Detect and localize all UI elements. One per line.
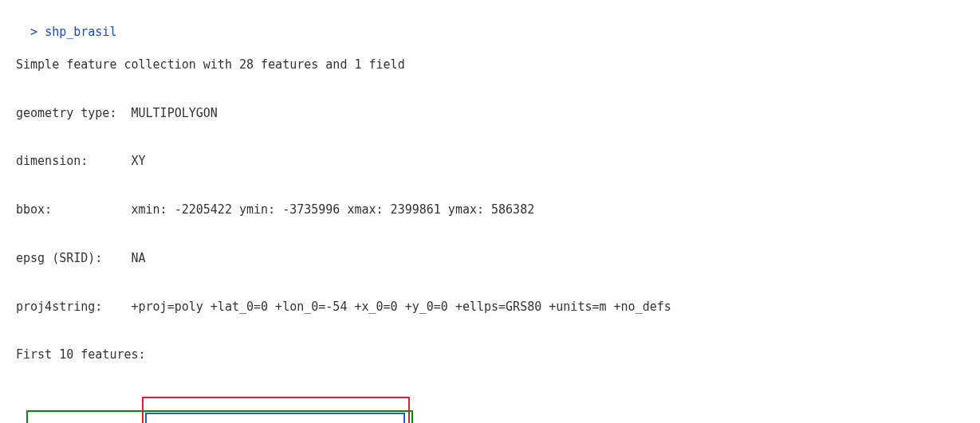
command: shp_brasil xyxy=(45,25,116,39)
meta-line: geometry type: MULTIPOLYGON xyxy=(16,105,964,121)
r-console-output: > shp_brasil Simple feature collection w… xyxy=(16,8,964,423)
features-table: estado geometry 1 Rondônia MULTIPOLYGON … xyxy=(30,397,405,423)
sf-row-highlight xyxy=(26,410,413,423)
meta-line: dimension: XY xyxy=(16,153,964,169)
meta-line: epsg (SRID): NA xyxy=(16,250,964,266)
prompt: > xyxy=(30,25,45,39)
meta-line: First 10 features: xyxy=(16,347,964,362)
meta-line: proj4string: +proj=poly +lat_0=0 +lon_0=… xyxy=(16,299,964,315)
sfg-cell-highlight xyxy=(145,413,405,423)
sfc-column-highlight xyxy=(142,397,410,423)
meta-line: Simple feature collection with 28 featur… xyxy=(16,57,964,72)
meta-line: bbox: xmin: -2205422 ymin: -3735996 xmax… xyxy=(16,202,964,217)
